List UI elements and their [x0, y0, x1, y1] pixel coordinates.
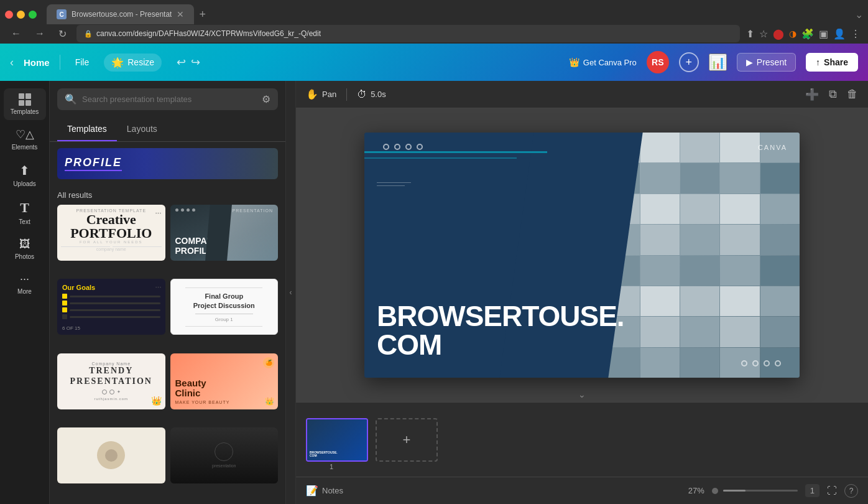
header-home-back-icon: ‹ [10, 56, 14, 69]
pan-tool[interactable]: ✋ Pan [306, 88, 336, 100]
template-card-trendy[interactable]: Company Name TRENDYPRESENTATION ✦ ruthja… [57, 353, 165, 409]
filmstrip-add-slide[interactable]: + [376, 418, 438, 462]
extension-red-icon[interactable]: ⬤ [773, 28, 784, 40]
resize-emoji: 🌟 [111, 57, 124, 68]
menu-dots-icon[interactable]: ⋮ [851, 28, 861, 40]
zoom-fill [723, 490, 746, 492]
extension-orange-icon[interactable]: ◑ [789, 29, 796, 39]
photos-icon: 🖼 [19, 238, 30, 251]
template-card-beauty[interactable]: BeautyClinic MAKE YOUR BEAUTY 🍊 👑 [170, 353, 279, 409]
nav-forward-button[interactable]: → [31, 27, 48, 40]
toolbar-divider-1 [346, 88, 347, 101]
profile-icon[interactable]: 👤 [833, 28, 846, 40]
canvas-toolbar: ✋ Pan ⏱ 5.0s ➕ ⧉ 🗑 [296, 81, 868, 108]
templates-panel: 🔍 ⚙ Templates Layouts PROFILE All result… [50, 81, 286, 504]
search-bar[interactable]: 🔍 ⚙ [57, 88, 278, 110]
canvas-main[interactable]: CANVA BROWSERTOUSE. COM [296, 108, 868, 402]
slide-title-line1: BROWSERTOUSE. [377, 302, 624, 330]
sidebar-item-templates[interactable]: Templates [4, 88, 46, 120]
share-button[interactable]: ↑ Share [806, 53, 858, 72]
filter-icon[interactable]: ⚙ [262, 93, 270, 105]
collapse-bottom-icon[interactable]: ⌄ [578, 390, 586, 399]
address-bar[interactable]: 🔒 canva.com/design/DAFHas0WIZ4/XCTPRWmsV… [76, 25, 740, 42]
time-control[interactable]: ⏱ 5.0s [357, 89, 386, 100]
file-button[interactable]: File [70, 55, 95, 70]
traffic-light-green[interactable] [29, 11, 37, 19]
canva-pro-button[interactable]: 👑 Get Canva Pro [569, 57, 637, 67]
template-card-group-project[interactable]: Final GroupProject Discussion Group 1 [170, 279, 279, 335]
browser-more-icon[interactable]: ⌄ [855, 9, 863, 21]
slide-dots-top [383, 144, 423, 150]
present-label: Present [757, 57, 787, 67]
extension-puzzle-icon[interactable]: 🧩 [801, 28, 814, 40]
filmstrip-slide-1-number: 1 [330, 463, 333, 470]
tab-templates[interactable]: Templates [57, 118, 117, 141]
browser-address-bar: ← → ↻ 🔒 canva.com/design/DAFHas0WIZ4/XCT… [0, 24, 868, 44]
address-lock-icon: 🔒 [84, 30, 93, 38]
search-input[interactable] [82, 95, 257, 104]
user-avatar[interactable]: RS [647, 51, 669, 73]
beauty-subtitle: MAKE YOUR BEAUTY [175, 400, 274, 404]
trendy-title: TRENDYPRESENTATION [70, 366, 152, 387]
filmstrip-slide-preview: BROWSERTOUSE.COM [307, 419, 367, 460]
file-label: File [75, 57, 90, 67]
undo-redo-group: ↩ ↪ [177, 55, 200, 69]
share-page-icon[interactable]: ⬆ [746, 28, 754, 40]
present-button[interactable]: ▶ Present [737, 53, 796, 72]
filmstrip-slide-1[interactable]: BROWSERTOUSE.COM [306, 418, 368, 462]
sidebar-icons: Templates ♡△ Elements ⬆ Uploads T Text 🖼… [0, 81, 50, 504]
present-icon: ▶ [746, 57, 753, 67]
duplicate-slide-button[interactable]: ⧉ [829, 88, 837, 101]
sidebar-item-more[interactable]: ··· More [4, 268, 46, 300]
home-button[interactable]: Home [24, 57, 50, 68]
presentation-slide[interactable]: CANVA BROWSERTOUSE. COM [364, 133, 800, 378]
new-tab-button[interactable]: + [199, 8, 206, 21]
page-indicator-label: 1 [810, 486, 815, 495]
analytics-button[interactable]: 📊 [709, 54, 727, 71]
share-label: Share [824, 57, 848, 67]
sidebar-text-label: Text [19, 218, 30, 225]
main-layout: Templates ♡△ Elements ⬆ Uploads T Text 🖼… [0, 81, 868, 504]
sidebar-item-photos[interactable]: 🖼 Photos [4, 233, 46, 265]
page-indicator-button[interactable]: 1 [805, 484, 820, 497]
redo-button[interactable]: ↪ [191, 55, 200, 69]
undo-button[interactable]: ↩ [177, 55, 186, 69]
browser-chrome: C Browsertouse.com - Presentat ✕ + ⌄ ← →… [0, 0, 868, 44]
help-button[interactable]: ? [844, 484, 858, 498]
slide-title-line2: COM [377, 330, 624, 359]
sidebar-item-text[interactable]: T Text [4, 195, 46, 230]
bookmark-icon[interactable]: ☆ [759, 28, 768, 40]
sidebar-item-uploads[interactable]: ⬆ Uploads [4, 158, 46, 192]
template-card-portfolio[interactable]: PRESENTATION TEMPLATE CreativePORTFOLIO … [57, 205, 165, 261]
sidebar-item-elements[interactable]: ♡△ Elements [4, 123, 46, 156]
zoom-slider[interactable] [712, 488, 798, 494]
tab-layouts-label: Layouts [127, 124, 157, 134]
header-divider-1 [60, 55, 60, 70]
zoom-dot-handle[interactable] [712, 488, 718, 494]
split-view-icon[interactable]: ▣ [819, 28, 828, 40]
delete-slide-button[interactable]: 🗑 [847, 88, 858, 101]
template-card-dark[interactable]: presentation [170, 427, 279, 483]
featured-template-text: PROFILE [65, 156, 122, 171]
featured-template[interactable]: PROFILE [57, 148, 278, 179]
canvas-area: ✋ Pan ⏱ 5.0s ➕ ⧉ 🗑 [296, 81, 868, 504]
template-card-minimal[interactable] [57, 427, 165, 483]
add-collaborator-button[interactable]: + [679, 52, 699, 72]
tab-layouts[interactable]: Layouts [117, 118, 167, 141]
traffic-light-red[interactable] [5, 11, 13, 19]
notes-button[interactable]: 📝 Notes [306, 485, 343, 497]
tab-close-icon[interactable]: ✕ [177, 9, 184, 19]
template-card-goals[interactable]: Our Goals [57, 279, 165, 335]
resize-button[interactable]: 🌟 Resize [104, 54, 162, 72]
nav-back-button[interactable]: ← [7, 27, 25, 40]
nav-refresh-button[interactable]: ↻ [55, 27, 70, 41]
template-card-company[interactable]: PRESENTATION COMPANYPROFILE [170, 205, 279, 261]
panel-tabs: Templates Layouts [50, 118, 285, 142]
browser-tab-active[interactable]: C Browsertouse.com - Presentat ✕ [47, 4, 194, 24]
zoom-track[interactable] [723, 490, 798, 492]
panel-collapse-handle[interactable]: ‹ [286, 81, 296, 504]
add-slide-button[interactable]: ➕ [805, 88, 819, 101]
elements-icon: ♡△ [16, 128, 34, 141]
traffic-light-yellow[interactable] [17, 11, 25, 19]
fullscreen-button[interactable]: ⛶ [827, 485, 837, 497]
